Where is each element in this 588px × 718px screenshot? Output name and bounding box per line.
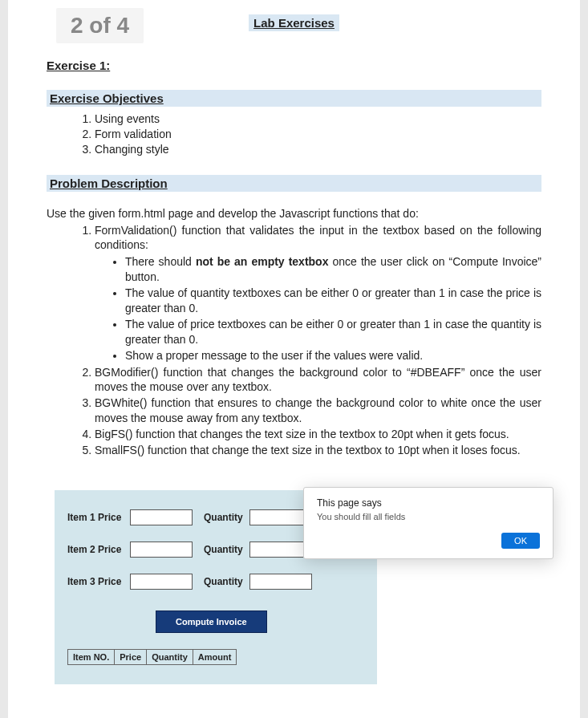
item3-price-input[interactable] <box>130 574 193 590</box>
bullet-text-bold: not be an empty textbox <box>196 255 329 268</box>
objective-item: Form validation <box>95 127 541 142</box>
objectives-list: Using events Form validation Changing st… <box>95 112 541 157</box>
th-quantity: Quantity <box>147 649 193 664</box>
document-page: 2 of 4 Lab Exercises Exercise 1: Exercis… <box>8 0 580 718</box>
item3-qty-input[interactable] <box>249 574 312 590</box>
step-item: FormValidation() function that validates… <box>95 223 541 363</box>
steps-list: FormValidation() function that validates… <box>95 223 541 458</box>
item2-qty-label: Quantity <box>204 544 243 555</box>
form-row-3: Item 3 Price Quantity <box>67 574 364 590</box>
item2-qty-input[interactable] <box>249 542 312 558</box>
step-text: FormValidation() function that validates… <box>95 224 541 252</box>
step-item: BGWhite() function that ensures to chang… <box>95 396 541 426</box>
th-amount: Amount <box>193 649 237 664</box>
alert-button-row: OK <box>317 533 540 549</box>
alert-dialog: This page says You should fill all field… <box>303 487 554 559</box>
bullet-item: The value of price textboxes can be eith… <box>125 317 541 347</box>
document-title: Lab Exercises <box>249 14 339 31</box>
item1-qty-label: Quantity <box>204 512 243 523</box>
item1-price-input[interactable] <box>130 509 193 525</box>
step-item: BigFS() function that changes the text s… <box>95 427 541 442</box>
item3-qty-label: Quantity <box>204 576 243 587</box>
objective-item: Using events <box>95 112 541 127</box>
problem-heading: Problem Description <box>47 175 541 192</box>
bullet-text-a: There should <box>125 255 196 268</box>
table-row: Item NO. Price Quantity Amount <box>68 649 237 664</box>
bullet-item: Show a proper message to the user if the… <box>125 348 541 363</box>
item2-price-input[interactable] <box>130 542 193 558</box>
step-item: BGModifier() function that changes the b… <box>95 365 541 396</box>
page-counter: 2 of 4 <box>56 8 144 43</box>
objective-item: Changing style <box>95 142 541 157</box>
exercise-label: Exercise 1: <box>47 59 541 72</box>
bullet-item: There should not be an empty textbox onc… <box>125 254 541 285</box>
item1-qty-input[interactable] <box>249 509 312 525</box>
alert-ok-button[interactable]: OK <box>501 533 540 549</box>
result-table: Item NO. Price Quantity Amount <box>67 649 237 665</box>
item2-price-label: Item 2 Price <box>67 544 130 555</box>
form-screenshot: Item 1 Price Quantity Item 2 Price Quant… <box>47 490 541 684</box>
th-itemno: Item NO. <box>68 649 115 664</box>
compute-invoice-button[interactable]: Compute Invoice <box>156 611 267 633</box>
bullet-item: The value of quantity textboxes can be e… <box>125 286 541 316</box>
step-item: SmallFS() function that change the text … <box>95 443 541 458</box>
th-price: Price <box>115 649 147 664</box>
item1-price-label: Item 1 Price <box>67 512 130 523</box>
alert-message: You should fill all fields <box>317 512 540 521</box>
item3-price-label: Item 3 Price <box>67 576 130 587</box>
alert-title: This page says <box>317 497 540 509</box>
objectives-heading: Exercise Objectives <box>47 90 541 107</box>
sub-bullets: There should not be an empty textbox onc… <box>125 254 541 363</box>
intro-text: Use the given form.html page and develop… <box>47 206 541 221</box>
